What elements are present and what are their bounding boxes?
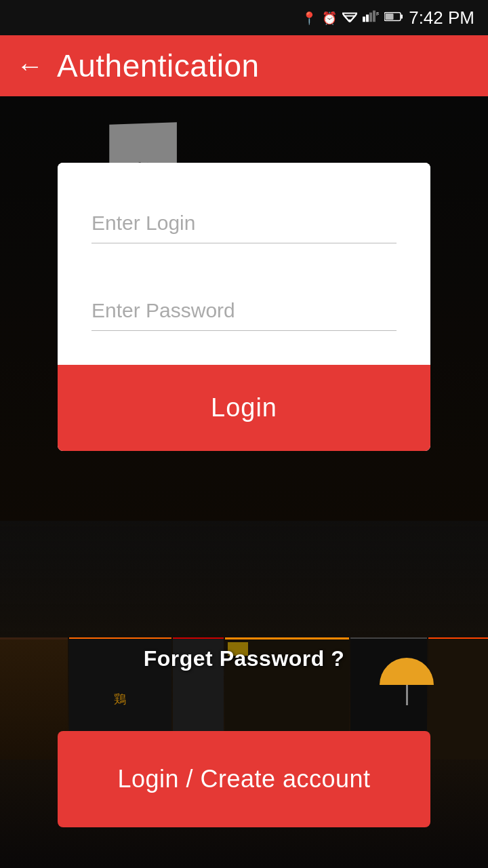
password-input[interactable] <box>92 291 396 331</box>
svg-rect-4 <box>366 15 369 22</box>
svg-text:R: R <box>376 11 379 17</box>
svg-rect-3 <box>363 17 365 22</box>
wifi-icon <box>342 10 357 26</box>
svg-point-2 <box>348 20 351 22</box>
alarm-icon: ⏰ <box>322 10 337 25</box>
umbrella-handle <box>406 685 408 705</box>
card-fields <box>58 163 430 365</box>
svg-rect-9 <box>401 15 403 19</box>
page-title: Authentication <box>57 47 260 84</box>
status-icons: 📍 ⏰ R <box>302 7 474 28</box>
forget-password-link[interactable]: Forget Password ? <box>0 646 488 671</box>
login-input[interactable] <box>92 203 396 243</box>
svg-rect-10 <box>386 14 394 20</box>
location-icon: 📍 <box>302 10 317 25</box>
battery-icon <box>384 11 403 25</box>
back-button[interactable]: ← <box>16 52 43 79</box>
login-create-account-button[interactable]: Login / Create account <box>58 731 430 827</box>
top-nav: ← Authentication <box>0 35 488 96</box>
status-bar: 📍 ⏰ R <box>0 0 488 35</box>
time-display: 7:42 PM <box>409 7 474 28</box>
login-card: Login <box>58 163 430 451</box>
svg-rect-5 <box>369 13 372 22</box>
svg-rect-6 <box>373 11 375 22</box>
login-button[interactable]: Login <box>58 365 430 451</box>
signal-icon: R <box>363 10 379 26</box>
